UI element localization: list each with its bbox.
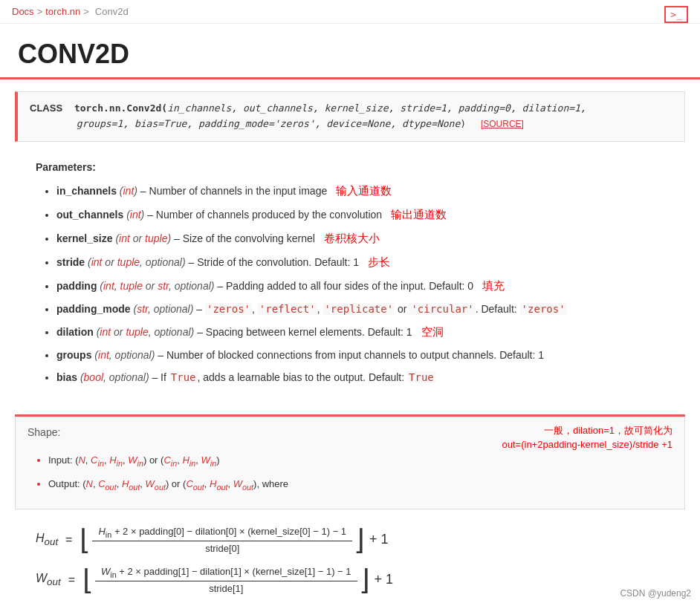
list-item: out_channels (int) – Number of channels … <box>56 206 664 224</box>
list-item: Input: (N, Cin, Hin, Win) or (Cin, Hin, … <box>48 452 673 470</box>
list-item: dilation (int or tuple, optional) – Spac… <box>56 323 664 341</box>
breadcrumb-torchn[interactable]: torch.nn <box>45 6 80 17</box>
h-formula: Hout = ⌊ Hin + 2 × padding[0] − dilation… <box>36 526 664 554</box>
list-item: bias (bool, optional) – If True, adds a … <box>56 369 664 385</box>
shape-list: Input: (N, Cin, Hin, Win) or (Cin, Hin, … <box>27 452 673 509</box>
parameters-list: in_channels (int) – Number of channels i… <box>36 182 664 386</box>
class-signature-box: CLASS torch.nn.Conv2d(in_channels, out_c… <box>15 91 685 142</box>
breadcrumb: Docs > torch.nn > Conv2d <box>0 0 700 24</box>
terminal-icon[interactable]: >_ <box>664 6 688 23</box>
breadcrumb-current: Conv2d <box>95 6 129 17</box>
list-item: kernel_size (int or tuple) – Size of the… <box>56 229 664 247</box>
shape-annotation: 一般，dilation=1，故可简化为 out=(in+2padding-ker… <box>502 423 673 452</box>
list-item: Output: (N, Cout, Hout, Wout) or (Cout, … <box>48 476 673 494</box>
class-keyword: CLASS <box>30 102 62 114</box>
watermark: CSDN @yudeng2 <box>620 588 691 599</box>
page-title: CONV2D <box>0 24 700 79</box>
parameters-title: Parameters: <box>36 161 664 173</box>
w-formula: Wout = ⌊ Win + 2 × padding[1] − dilation… <box>36 566 664 594</box>
list-item: padding_mode (str, optional) – 'zeros', … <box>56 301 664 317</box>
breadcrumb-docs[interactable]: Docs <box>12 6 34 17</box>
list-item: in_channels (int) – Number of channels i… <box>56 182 664 200</box>
source-link[interactable]: [SOURCE] <box>481 119 524 129</box>
list-item: padding (int, tuple or str, optional) – … <box>56 277 664 295</box>
list-item: stride (int or tuple, optional) – Stride… <box>56 253 664 271</box>
formula-section: Hout = ⌊ Hin + 2 × padding[0] − dilation… <box>0 509 700 603</box>
shape-title: Shape: <box>27 426 60 438</box>
shape-section: Shape: 一般，dilation=1，故可简化为 out=(in+2padd… <box>15 417 685 509</box>
list-item: groups (int, optional) – Number of block… <box>56 347 664 363</box>
parameters-section: Parameters: in_channels (int) – Number o… <box>0 154 700 400</box>
